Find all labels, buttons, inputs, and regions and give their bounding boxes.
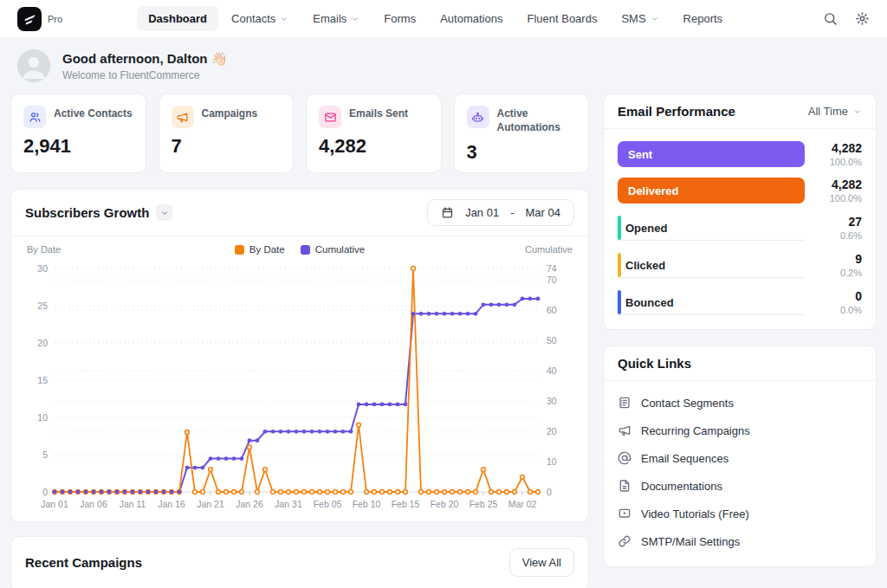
svg-text:74: 74 bbox=[547, 263, 557, 274]
stat-card-header: Campaigns bbox=[172, 106, 282, 128]
perf-bar-label: Bounced bbox=[625, 296, 674, 309]
chart-options-toggle[interactable] bbox=[156, 204, 172, 221]
perf-row-delivered: Delivered4,282100.0% bbox=[618, 178, 862, 204]
quick-links-header: Quick Links bbox=[604, 346, 876, 381]
recent-campaigns-card: Recent Campaigns View All bbox=[10, 536, 589, 588]
search-button[interactable] bbox=[823, 11, 838, 26]
perf-percent: 0.0% bbox=[815, 305, 862, 315]
chevron-down-icon bbox=[280, 15, 288, 23]
perf-bar-sliver bbox=[618, 253, 621, 277]
chevron-down-icon bbox=[160, 209, 169, 217]
perf-row-bounced: Bounced00.0% bbox=[618, 288, 862, 315]
quick-link-label: Documentations bbox=[641, 480, 722, 493]
perf-value-column: 00.0% bbox=[815, 289, 862, 315]
greeting-subtitle: Welcome to FluentCommerce bbox=[62, 69, 227, 81]
quick-link-email-sequences[interactable]: Email Sequences bbox=[618, 444, 862, 472]
pro-badge: Pro bbox=[48, 14, 62, 24]
quick-link-documentations[interactable]: Documentations bbox=[618, 472, 862, 500]
svg-text:20: 20 bbox=[547, 426, 557, 436]
quick-link-contact-segments[interactable]: Contact Segments bbox=[618, 389, 862, 417]
gear-button[interactable] bbox=[855, 11, 870, 26]
date-range-picker[interactable]: Jan 01 - Mar 04 bbox=[427, 199, 574, 226]
svg-text:Jan 11: Jan 11 bbox=[120, 499, 146, 509]
nav-actions bbox=[823, 11, 870, 26]
view-all-button[interactable]: View All bbox=[509, 548, 574, 577]
perf-bar-small: Opened bbox=[618, 214, 805, 241]
stat-card-campaigns[interactable]: Campaigns7 bbox=[159, 94, 295, 173]
svg-text:Feb 05: Feb 05 bbox=[314, 499, 342, 509]
megaphone-chip bbox=[172, 106, 194, 128]
email-performance-header: Email Performance All Time bbox=[604, 94, 876, 129]
quick-links-card: Quick Links Contact SegmentsRecurring Ca… bbox=[603, 346, 877, 567]
video-icon bbox=[618, 507, 631, 520]
time-filter-label: All Time bbox=[808, 105, 848, 118]
legend-label: By Date bbox=[249, 244, 285, 255]
nav-item-contacts[interactable]: Contacts bbox=[220, 6, 300, 31]
stat-card-emails-sent[interactable]: Emails Sent4,282 bbox=[306, 94, 442, 173]
nav-item-dashboard[interactable]: Dashboard bbox=[137, 6, 218, 31]
envelope-chip bbox=[319, 106, 341, 128]
svg-text:20: 20 bbox=[37, 338, 48, 348]
svg-text:40: 40 bbox=[547, 365, 557, 376]
quick-link-smtp-mail-settings[interactable]: SMTP/Mail Settings bbox=[618, 527, 862, 555]
perf-value-column: 90.2% bbox=[815, 252, 862, 278]
svg-text:Jan 16: Jan 16 bbox=[158, 499, 185, 509]
perf-value: 4,282 bbox=[815, 141, 862, 155]
legend-item-cumulative: Cumulative bbox=[301, 244, 366, 255]
wave-emoji: 👋🏻 bbox=[211, 51, 228, 66]
nav-item-sms[interactable]: SMS bbox=[610, 6, 670, 31]
quick-link-label: SMTP/Mail Settings bbox=[641, 535, 740, 548]
perf-value-column: 4,282100.0% bbox=[815, 178, 862, 204]
nav-item-automations[interactable]: Automations bbox=[429, 6, 514, 31]
perf-bar-track: Sent bbox=[618, 141, 805, 167]
nav-item-reports[interactable]: Reports bbox=[672, 6, 735, 31]
nav-item-label: Emails bbox=[313, 12, 346, 25]
nav-item-fluent-boards[interactable]: Fluent Boards bbox=[515, 6, 608, 31]
stat-card-active-automations[interactable]: Active Automations3 bbox=[454, 94, 590, 173]
nav-item-label: Dashboard bbox=[148, 12, 207, 25]
chart-top-row: By Date By DateCumulative Cumulative bbox=[25, 244, 574, 256]
document-icon bbox=[618, 479, 631, 493]
svg-text:Jan 01: Jan 01 bbox=[41, 499, 68, 509]
avatar bbox=[17, 49, 50, 82]
email-performance-card: Email Performance All Time Sent4,282100.… bbox=[603, 94, 877, 330]
robot-icon bbox=[471, 111, 484, 124]
chevron-down-icon bbox=[651, 15, 659, 23]
svg-text:0: 0 bbox=[42, 487, 48, 497]
perf-value: 0 bbox=[815, 289, 862, 303]
nav-item-label: Forms bbox=[384, 12, 416, 25]
brand-logo[interactable]: Pro bbox=[17, 7, 62, 31]
legend-swatch bbox=[235, 245, 244, 255]
stat-card-active-contacts[interactable]: Active Contacts2,941 bbox=[10, 94, 146, 173]
stats-row: Active Contacts2,941Campaigns7Emails Sen… bbox=[10, 94, 589, 173]
perf-bar-track: Clicked bbox=[618, 251, 805, 278]
recent-campaigns-title: Recent Campaigns bbox=[25, 555, 142, 570]
search-icon bbox=[823, 11, 838, 26]
subscribers-growth-chart: 05101520253001020304050607074Jan 01Jan 0… bbox=[25, 256, 574, 518]
nav-item-label: Automations bbox=[440, 12, 502, 25]
stat-label: Emails Sent bbox=[349, 106, 408, 121]
nav-item-label: SMS bbox=[621, 12, 645, 25]
perf-value: 4,282 bbox=[815, 178, 862, 191]
nav-item-forms[interactable]: Forms bbox=[372, 6, 427, 31]
time-filter-dropdown[interactable]: All Time bbox=[808, 105, 862, 118]
perf-bar-sliver bbox=[618, 290, 621, 314]
perf-bar: Delivered bbox=[618, 178, 805, 204]
nav-item-emails[interactable]: Emails bbox=[301, 6, 371, 31]
svg-text:10: 10 bbox=[37, 412, 48, 423]
users-chip bbox=[23, 106, 46, 128]
left-column: Active Contacts2,941Campaigns7Emails Sen… bbox=[10, 94, 589, 588]
legend-label: Cumulative bbox=[315, 244, 366, 255]
stat-value: 2,941 bbox=[23, 135, 133, 158]
perf-bar-label: Delivered bbox=[628, 184, 679, 197]
quick-link-recurring-campaigns[interactable]: Recurring Campaigns bbox=[618, 417, 862, 444]
perf-percent: 100.0% bbox=[815, 193, 862, 204]
nav-item-label: Fluent Boards bbox=[527, 12, 597, 25]
stat-label: Active Contacts bbox=[54, 106, 133, 121]
perf-bar-track: Opened bbox=[618, 214, 805, 241]
perf-value: 9 bbox=[815, 252, 862, 266]
quick-link-video-tutorials-free[interactable]: Video Tutorials (Free) bbox=[618, 500, 862, 527]
chart-legend: By DateCumulative bbox=[131, 244, 469, 255]
chevron-down-icon bbox=[853, 107, 862, 116]
subscribers-growth-title: Subscribers Growth bbox=[25, 205, 149, 220]
